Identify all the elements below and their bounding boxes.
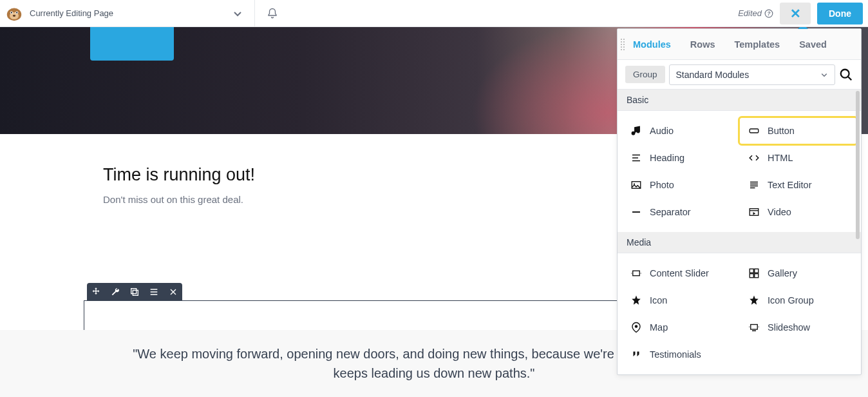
texteditor-icon [748,179,760,191]
separator [254,0,255,27]
module-label: Gallery [768,268,797,278]
svg-rect-16 [750,129,759,133]
module-item-gallery[interactable]: Gallery [739,260,857,287]
drag-handle-icon[interactable] [620,38,625,51]
svg-point-5 [16,12,17,13]
svg-rect-9 [133,290,138,295]
svg-rect-26 [751,325,758,330]
star-icon [748,295,760,306]
help-icon[interactable]: ? [764,9,773,18]
done-button[interactable]: Done [817,3,863,24]
bell-icon[interactable] [267,8,278,19]
module-item-map[interactable]: Map [621,314,739,341]
chevron-down-icon [820,71,828,79]
module-item-icon[interactable]: Icon [621,287,739,314]
tab-rows[interactable]: Rows [690,39,715,50]
svg-point-15 [841,69,849,77]
module-item-testimonials[interactable]: Testimonials [621,341,739,368]
svg-rect-19 [750,209,759,216]
panel-tabs: Modules Rows Templates Saved [618,29,861,60]
menu-icon[interactable] [149,287,159,297]
module-label: Testimonials [650,349,701,360]
module-item-html[interactable]: HTML [739,144,857,171]
move-icon[interactable] [91,287,101,297]
module-item-separator[interactable]: Separator [621,198,739,226]
svg-point-4 [11,12,12,13]
module-item-photo[interactable]: Photo [621,171,739,198]
svg-rect-23 [750,274,753,278]
module-group-select[interactable]: Standard Modules [669,64,835,85]
module-label: Content Slider [650,268,709,278]
row-toolbar [87,283,182,301]
close-button[interactable]: ✕ [780,3,811,24]
svg-point-25 [635,325,638,328]
edited-status: Edited ? [738,8,773,18]
star-icon [630,295,642,306]
button-icon [748,125,760,137]
module-label: Icon Group [768,295,814,305]
topbar: Currently Editing Page Edited ? ✕ Done [0,0,868,27]
module-label: Video [768,207,791,217]
module-item-content-slider[interactable]: Content Slider [621,260,739,287]
svg-rect-21 [750,269,753,273]
audio-icon [630,125,642,137]
module-item-slideshow[interactable]: Slideshow [739,314,857,341]
hero-button[interactable] [90,27,174,61]
svg-rect-10 [131,289,137,294]
filter-row: Group Standard Modules [618,60,861,90]
module-label: HTML [768,153,793,163]
module-label: Slideshow [768,322,810,333]
module-label: Separator [650,207,691,217]
module-item-video[interactable]: Video [739,198,857,226]
module-label: Text Editor [768,180,812,190]
section-heading[interactable]: Media [618,232,861,253]
module-item-audio[interactable]: Audio [621,117,739,144]
svg-rect-24 [755,274,759,278]
tab-modules[interactable]: Modules [633,39,671,50]
wrench-icon[interactable] [110,287,120,297]
heading-icon [630,152,642,164]
modules-panel: Modules Rows Templates Saved Group Stand… [617,28,862,375]
chevron-down-icon[interactable] [232,8,243,19]
slider-icon [630,267,642,279]
module-label: Map [650,322,668,333]
module-grid: AudioButtonHeadingHTMLPhotoText EditorSe… [618,111,861,232]
svg-rect-22 [755,269,759,273]
logo-icon [5,5,23,23]
separator-icon [630,206,642,218]
tab-saved[interactable]: Saved [799,39,827,50]
section-heading[interactable]: Basic [618,90,861,111]
module-label: Audio [650,126,674,136]
svg-text:?: ? [768,10,771,16]
module-grid: Content SliderGalleryIconIcon GroupMapSl… [618,253,861,374]
gallery-icon [748,267,760,279]
slideshow-icon [748,322,760,333]
html-icon [748,152,760,164]
svg-point-6 [13,15,15,17]
close-icon[interactable] [168,287,178,297]
map-icon [630,322,642,333]
group-label[interactable]: Group [625,66,665,83]
scrollbar[interactable] [856,91,860,239]
module-item-icon-group[interactable]: Icon Group [739,287,857,314]
module-item-button[interactable]: Button [739,117,857,144]
module-label: Icon [650,295,667,305]
tab-templates[interactable]: Templates [734,39,780,50]
svg-rect-20 [633,271,640,276]
search-icon[interactable] [839,68,853,82]
copy-icon[interactable] [129,287,140,297]
page-title[interactable]: Currently Editing Page [30,8,113,18]
module-label: Button [768,126,795,136]
module-label: Photo [650,180,674,190]
photo-icon [630,179,642,191]
module-item-text-editor[interactable]: Text Editor [739,171,857,198]
module-label: Heading [650,153,684,163]
select-value: Standard Modules [676,70,750,80]
edited-label: Edited [738,8,762,18]
quote-icon [630,349,642,360]
video-icon [748,206,760,218]
module-item-heading[interactable]: Heading [621,144,739,171]
